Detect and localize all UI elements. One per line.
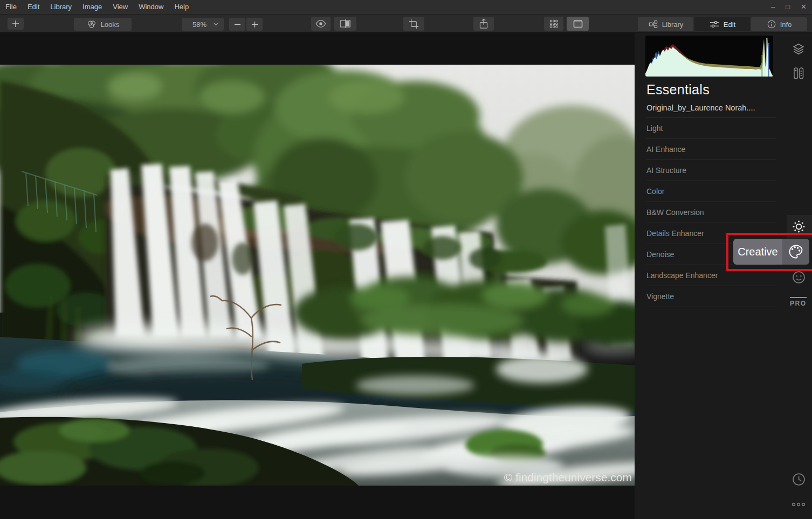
grid-view-icon: [549, 19, 559, 29]
minus-icon: [234, 21, 241, 28]
applied-look-filename[interactable]: Original_by_Laurence Norah....: [646, 103, 755, 112]
close-button[interactable]: ✕: [801, 0, 807, 14]
creative-tooltip: Creative: [733, 239, 809, 265]
looks-venn-icon: [86, 19, 97, 30]
photo-waterfall[interactable]: [0, 65, 635, 486]
palette-icon: [788, 244, 804, 260]
luminar-window: File Edit Library Image View Window Help…: [0, 0, 812, 519]
filter-item-vignette[interactable]: Vignette: [646, 286, 776, 307]
zoom-in-button[interactable]: [246, 18, 263, 31]
zoom-level-dropdown[interactable]: 58%: [182, 18, 224, 31]
add-photos-button[interactable]: [8, 18, 24, 30]
gallery-view-button[interactable]: [544, 17, 563, 31]
edit-panel: Essentials Original_by_Laurence Norah...…: [635, 32, 812, 519]
creative-tooltip-label: Creative: [733, 239, 782, 265]
compare-button[interactable]: [334, 17, 356, 31]
menu-file[interactable]: File: [0, 0, 22, 14]
filter-list: Light AI Enhance AI Structure Color B&W …: [646, 117, 776, 307]
clock-icon: [792, 472, 806, 487]
filter-label: Vignette: [646, 292, 674, 301]
export-share-button[interactable]: [473, 17, 494, 31]
tab-edit[interactable]: Edit: [694, 17, 750, 31]
before-after-split-icon: [340, 19, 351, 29]
zoom-out-button[interactable]: [229, 18, 245, 31]
maximize-button[interactable]: □: [786, 0, 790, 14]
filter-label: Color: [646, 187, 664, 196]
filter-item-ai-enhance[interactable]: AI Enhance: [646, 139, 776, 160]
filter-label: Light: [646, 124, 663, 133]
panel-title: Essentials: [646, 82, 710, 98]
zoom-value: 58%: [192, 20, 207, 29]
filter-label: AI Structure: [646, 166, 686, 175]
filter-item-color[interactable]: Color: [646, 181, 776, 202]
history-button[interactable]: [789, 469, 808, 489]
window-controls: – □ ✕: [771, 0, 807, 14]
filter-item-light[interactable]: Light: [646, 118, 776, 139]
sun-icon: [792, 219, 806, 234]
info-icon: [767, 19, 776, 29]
menu-image[interactable]: Image: [77, 0, 107, 14]
creative-category-button[interactable]: [782, 239, 809, 265]
tab-library-label: Library: [662, 20, 684, 29]
filter-label: B&W Conversion: [646, 208, 704, 217]
menu-bar: File Edit Library Image View Window Help…: [0, 0, 812, 15]
menu-view[interactable]: View: [107, 0, 133, 14]
plus-icon: [251, 21, 258, 28]
tab-library[interactable]: Library: [638, 17, 693, 31]
crop-icon: [409, 19, 419, 29]
crop-button[interactable]: [403, 17, 424, 31]
menu-window[interactable]: Window: [133, 0, 169, 14]
toolbar: Looks 58% Library: [0, 15, 812, 33]
pro-category-button[interactable]: PRO: [790, 297, 807, 307]
edits-capsules-icon: [792, 66, 805, 80]
single-image-icon: [573, 19, 583, 29]
filter-label: AI Enhance: [646, 145, 685, 154]
menu-library[interactable]: Library: [45, 0, 77, 14]
tab-info[interactable]: Info: [751, 17, 807, 31]
eye-icon: [315, 19, 327, 29]
filter-item-bw-conversion[interactable]: B&W Conversion: [646, 202, 776, 223]
single-view-button[interactable]: [567, 17, 589, 31]
three-dots-icon: [791, 501, 806, 508]
layers-button[interactable]: [789, 39, 808, 59]
smiley-icon: [792, 270, 806, 285]
share-icon: [479, 18, 488, 29]
menu-help[interactable]: Help: [169, 0, 194, 14]
main-area: © findingtheuniverse.com Essentials Orig…: [0, 32, 812, 519]
filter-label: Denoise: [646, 250, 674, 259]
histogram: [645, 36, 773, 77]
library-icon: [648, 19, 658, 29]
filter-label: Details Enhancer: [646, 229, 704, 238]
filter-label: Landscape Enhancer: [646, 271, 718, 280]
tab-info-label: Info: [780, 20, 792, 29]
filter-item-ai-structure[interactable]: AI Structure: [646, 160, 776, 181]
minimize-button[interactable]: –: [771, 0, 775, 14]
quick-preview-button[interactable]: [311, 17, 331, 31]
looks-button[interactable]: Looks: [74, 18, 132, 31]
plus-icon: [12, 20, 19, 27]
tab-edit-label: Edit: [724, 20, 735, 29]
sliders-icon: [709, 19, 720, 29]
photo-watermark: © findingtheuniverse.com: [504, 471, 632, 484]
more-options-button[interactable]: [789, 495, 808, 514]
chevron-down-icon: [214, 23, 218, 26]
edits-panel-button[interactable]: [789, 64, 808, 83]
looks-label: Looks: [101, 20, 120, 29]
menu-edit[interactable]: Edit: [22, 0, 45, 14]
layers-icon: [792, 42, 806, 56]
photo-canvas: © findingtheuniverse.com: [0, 32, 635, 519]
